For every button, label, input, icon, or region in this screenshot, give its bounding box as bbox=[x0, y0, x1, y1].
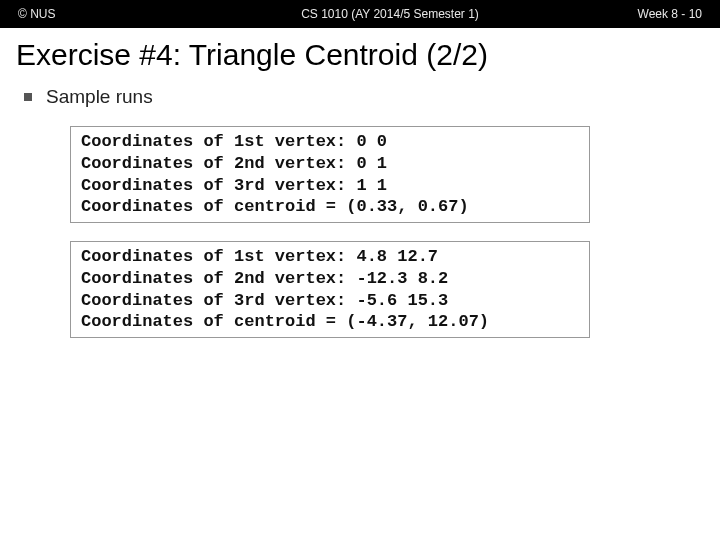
slide: © NUS CS 1010 (AY 2014/5 Semester 1) Wee… bbox=[0, 0, 720, 540]
header-right: Week 8 - 10 bbox=[610, 7, 720, 21]
sample-run-2: Coordinates of 1st vertex: 4.8 12.7 Coor… bbox=[70, 241, 590, 338]
bullet-row: Sample runs bbox=[24, 86, 720, 108]
square-bullet-icon bbox=[24, 93, 32, 101]
header-left: © NUS bbox=[0, 7, 130, 21]
slide-body: Sample runs Coordinates of 1st vertex: 0… bbox=[0, 78, 720, 338]
bullet-text: Sample runs bbox=[46, 86, 153, 108]
page-title: Exercise #4: Triangle Centroid (2/2) bbox=[0, 28, 720, 78]
slide-header: © NUS CS 1010 (AY 2014/5 Semester 1) Wee… bbox=[0, 0, 720, 28]
sample-run-1: Coordinates of 1st vertex: 0 0 Coordinat… bbox=[70, 126, 590, 223]
header-center: CS 1010 (AY 2014/5 Semester 1) bbox=[130, 7, 610, 21]
